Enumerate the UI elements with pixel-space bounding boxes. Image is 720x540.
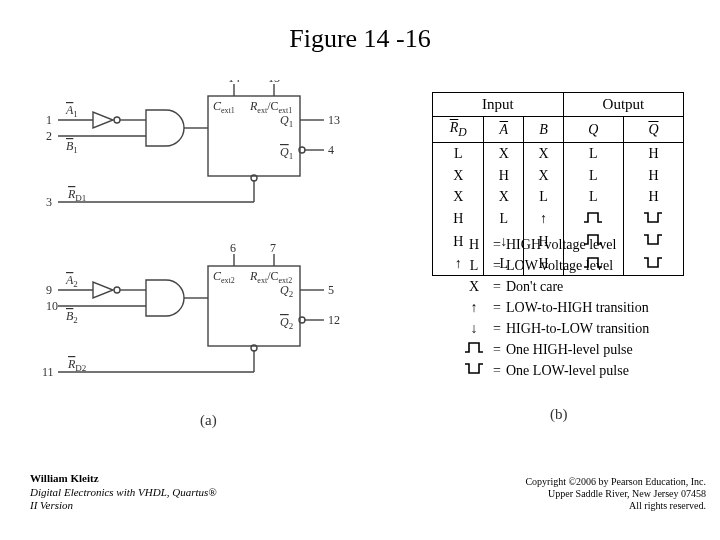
svg-text:Cext2: Cext2 bbox=[213, 269, 235, 285]
cell: L bbox=[524, 186, 564, 208]
svg-text:Q1: Q1 bbox=[280, 113, 293, 129]
svg-text:10: 10 bbox=[46, 299, 58, 313]
cell: H bbox=[433, 208, 484, 231]
svg-text:1: 1 bbox=[46, 113, 52, 127]
svg-text:4: 4 bbox=[328, 143, 334, 157]
legend-row: ↓=HIGH-to-LOW transition bbox=[460, 318, 649, 339]
svg-text:Q1: Q1 bbox=[280, 145, 293, 161]
cell: X bbox=[484, 143, 524, 165]
legend-row: H=HIGH voltage level bbox=[460, 234, 649, 255]
figure-title: Figure 14 -16 bbox=[0, 24, 720, 54]
svg-text:Q2: Q2 bbox=[280, 315, 293, 331]
header-output: Output bbox=[563, 93, 683, 117]
svg-text:7: 7 bbox=[270, 241, 276, 255]
cell: L bbox=[563, 165, 623, 187]
svg-text:5: 5 bbox=[328, 283, 334, 297]
svg-text:A1: A1 bbox=[65, 103, 78, 119]
col-b: B bbox=[524, 116, 564, 142]
svg-text:Cext1: Cext1 bbox=[213, 99, 235, 115]
svg-text:RD2: RD2 bbox=[67, 357, 86, 373]
svg-text:RD1: RD1 bbox=[67, 187, 86, 203]
author: William Kleitz bbox=[30, 472, 217, 485]
col-qbar: Q bbox=[623, 116, 683, 142]
legend-row: L=LOW voltage level bbox=[460, 255, 649, 276]
circuit-diagram: 1 2 3 A1 B1 RD1 14 15 Cext1 Rext/Cext1 Q… bbox=[38, 80, 368, 440]
svg-point-1 bbox=[114, 117, 120, 123]
legend: H=HIGH voltage levelL=LOW voltage levelX… bbox=[460, 234, 649, 381]
cell: L bbox=[563, 186, 623, 208]
col-q: Q bbox=[563, 116, 623, 142]
cell: X bbox=[433, 165, 484, 187]
cell: X bbox=[524, 165, 564, 187]
header-input: Input bbox=[433, 93, 564, 117]
cell: L bbox=[563, 143, 623, 165]
cell bbox=[563, 208, 623, 231]
cell: X bbox=[484, 186, 524, 208]
caption-b: (b) bbox=[550, 406, 568, 423]
svg-text:B2: B2 bbox=[66, 309, 78, 325]
cell: X bbox=[433, 186, 484, 208]
svg-text:Q2: Q2 bbox=[280, 283, 293, 299]
svg-text:14: 14 bbox=[228, 80, 240, 85]
svg-text:11: 11 bbox=[42, 365, 54, 379]
svg-text:2: 2 bbox=[46, 129, 52, 143]
caption-a: (a) bbox=[200, 412, 217, 429]
legend-row: ↑=LOW-to-HIGH transition bbox=[460, 297, 649, 318]
svg-text:9: 9 bbox=[46, 283, 52, 297]
cell: X bbox=[524, 143, 564, 165]
cell: L bbox=[433, 143, 484, 165]
cell bbox=[623, 208, 683, 231]
svg-text:6: 6 bbox=[230, 241, 236, 255]
cell: H bbox=[623, 143, 683, 165]
legend-row: X=Don't care bbox=[460, 276, 649, 297]
col-abar: A bbox=[484, 116, 524, 142]
cell: ↑ bbox=[524, 208, 564, 231]
legend-row: =One LOW-level pulse bbox=[460, 360, 649, 381]
copy1: Copyright ©2006 by Pearson Education, In… bbox=[525, 476, 706, 488]
legend-row: =One HIGH-level pulse bbox=[460, 339, 649, 360]
book-line1: Digital Electronics with VHDL, Quartus® bbox=[30, 486, 217, 499]
cell: H bbox=[484, 165, 524, 187]
svg-text:12: 12 bbox=[328, 313, 340, 327]
svg-text:3: 3 bbox=[46, 195, 52, 209]
copy2: Upper Saddle River, New Jersey 07458 bbox=[525, 488, 706, 500]
svg-text:A2: A2 bbox=[65, 273, 78, 289]
svg-text:15: 15 bbox=[268, 80, 280, 85]
cell: L bbox=[484, 208, 524, 231]
credit-left: William Kleitz Digital Electronics with … bbox=[30, 472, 217, 512]
svg-text:13: 13 bbox=[328, 113, 340, 127]
cell: H bbox=[623, 186, 683, 208]
svg-text:B1: B1 bbox=[66, 139, 78, 155]
svg-point-29 bbox=[114, 287, 120, 293]
copy3: All rights reserved. bbox=[525, 500, 706, 512]
cell: H bbox=[623, 165, 683, 187]
book-line2: II Version bbox=[30, 499, 217, 512]
col-rd: RD bbox=[433, 116, 484, 142]
credit-right: Copyright ©2006 by Pearson Education, In… bbox=[525, 476, 706, 512]
